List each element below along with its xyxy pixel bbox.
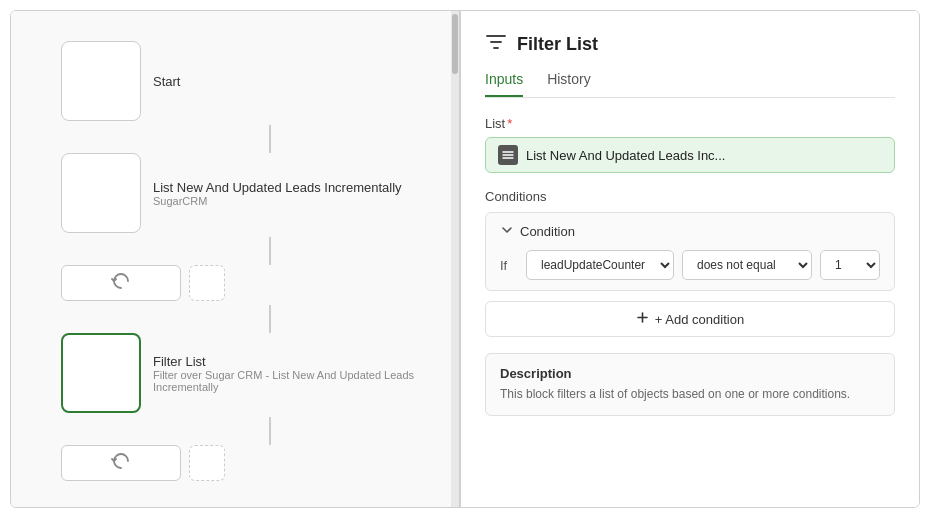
workflow-canvas: Start List New And Updated Leads Increme… <box>31 31 439 485</box>
condition-value-select[interactable]: 1 <box>820 250 880 280</box>
start-node[interactable] <box>61 41 141 121</box>
start-node-label-area: Start <box>153 74 180 89</box>
conditions-label: Conditions <box>485 189 895 204</box>
panel-title: Filter List <box>517 34 598 55</box>
loop-icon <box>110 270 132 296</box>
condition-header[interactable]: Condition <box>500 223 880 240</box>
list-leads-label-area: List New And Updated Leads Incrementally… <box>153 180 402 207</box>
loop-icon-2 <box>110 450 132 476</box>
list-leads-node-row: List New And Updated Leads Incrementally… <box>31 153 439 233</box>
list-leads-node[interactable] <box>61 153 141 233</box>
condition-row: If leadUpdateCounter does not equal 1 <box>500 250 880 280</box>
app-container: Start List New And Updated Leads Increme… <box>10 10 920 508</box>
condition-group-header: Condition <box>520 224 575 239</box>
right-panel: Filter List Inputs History List* List Ne… <box>461 11 919 507</box>
dashed-add-box-2[interactable] <box>189 445 225 481</box>
loop-row <box>31 265 439 301</box>
loop-box[interactable] <box>61 265 181 301</box>
connector-1 <box>269 125 271 153</box>
list-leads-label: List New And Updated Leads Incrementally <box>153 180 402 195</box>
description-block: Description This block filters a list of… <box>485 353 895 416</box>
panel-filter-icon <box>485 31 507 57</box>
if-label: If <box>500 258 518 273</box>
start-node-row: Start <box>31 41 439 121</box>
filter-list-sublabel: Filter over Sugar CRM - List New And Upd… <box>153 369 439 393</box>
condition-block: Condition If leadUpdateCounter does not … <box>485 212 895 291</box>
scroll-handle[interactable] <box>451 11 459 507</box>
tab-inputs[interactable]: Inputs <box>485 71 523 97</box>
condition-operator-select[interactable]: does not equal <box>682 250 812 280</box>
list-selector-icon <box>498 145 518 165</box>
tabs-bar: Inputs History <box>485 71 895 98</box>
condition-field-select[interactable]: leadUpdateCounter <box>526 250 674 280</box>
workflow-canvas-panel: Start List New And Updated Leads Increme… <box>11 11 461 507</box>
add-condition-button[interactable]: + Add condition <box>485 301 895 337</box>
scroll-thumb <box>452 14 458 74</box>
plus-icon <box>636 311 649 327</box>
filter-list-node-row: Filter List Filter over Sugar CRM - List… <box>31 333 439 413</box>
connector-4 <box>269 417 271 445</box>
chevron-down-icon <box>500 223 514 240</box>
connector-2 <box>269 237 271 265</box>
list-selector-value: List New And Updated Leads Inc... <box>526 148 725 163</box>
loop-box-2[interactable] <box>61 445 181 481</box>
list-selector[interactable]: List New And Updated Leads Inc... <box>485 137 895 173</box>
panel-header: Filter List <box>485 31 895 57</box>
tab-history[interactable]: History <box>547 71 591 97</box>
filter-list-node[interactable] <box>61 333 141 413</box>
add-condition-label: + Add condition <box>655 312 744 327</box>
loop-row-2 <box>31 445 439 481</box>
description-title: Description <box>500 366 880 381</box>
list-leads-sublabel: SugarCRM <box>153 195 402 207</box>
start-node-label: Start <box>153 74 180 89</box>
filter-list-label-area: Filter List Filter over Sugar CRM - List… <box>153 354 439 393</box>
description-text: This block filters a list of objects bas… <box>500 385 880 403</box>
filter-list-label: Filter List <box>153 354 439 369</box>
required-star: * <box>507 116 512 131</box>
list-section-label: List* <box>485 116 895 131</box>
dashed-add-box[interactable] <box>189 265 225 301</box>
connector-3 <box>269 305 271 333</box>
